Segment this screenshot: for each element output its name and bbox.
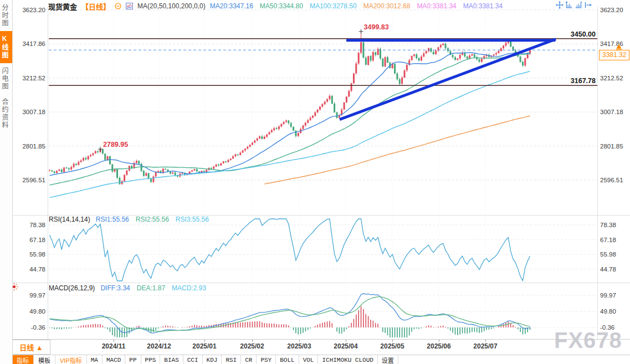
rsi-value: RSI1:55.56 [96,216,129,223]
price-axis-label: 3007.18 [600,108,623,116]
chart-tools [556,1,592,9]
indicator-buttons: MAMACDPPPPSBIASCCIKDJRSICRPSYBOLLVOLICHI… [87,355,398,364]
date-label: 2025/06 [417,342,461,350]
macd-value: MACD:2.93 [172,284,206,292]
svg-text:3499.83: 3499.83 [364,23,389,31]
ma-value: MA0:3381.34 [417,2,456,10]
price-axis-label: 3417.86 [22,40,45,48]
mini-chart-icon[interactable] [126,3,133,9]
sidebar-item-timeshare-chart[interactable]: 分时图 [0,0,12,31]
date-tick [439,340,439,342]
date-label: 2025/01 [182,342,227,350]
date-label: 2024/11 [91,342,136,350]
indicator-button-ichimoku-cloud[interactable]: ICHIMOKU CLOUD [318,355,377,364]
horizontal-price-lines[interactable]: 3450.003167.78 [49,30,597,85]
macd-axis-label: -0.36 [31,324,45,331]
indicator-button-bias[interactable]: BIAS [160,355,183,364]
date-tick [252,340,253,342]
sidebar-item-lightning-chart[interactable]: 闪电图 [0,63,12,94]
crosshair-icon[interactable] [556,1,564,9]
macd-value: DIFF:3.34 [100,284,130,292]
indicator-button-kdj[interactable]: KDJ [203,355,222,364]
indicator-button-pp[interactable]: PP [125,355,141,364]
sidebar-item-kline-chart[interactable]: K线图 [0,31,12,63]
date-tick [204,340,205,342]
price-annotations: 3499.832789.95 [98,23,389,151]
indicator-button-macd[interactable]: MACD [103,355,125,364]
latest-price-marker[interactable] [616,44,622,50]
ma-value: MA200:3012.68 [363,2,411,10]
price-axis-label: 2596.51 [22,176,45,184]
price-chart-svg: 3450.003167.783499.832789.95 [0,0,630,364]
indicator-button-rsi[interactable]: RSI [222,355,241,364]
svg-text:3450.00: 3450.00 [571,30,596,38]
indicator-button-cci[interactable]: CCI [183,355,203,364]
date-label: 2025/02 [230,342,274,350]
macd-axis-label: -0.36 [600,324,614,331]
rsi-axis-label: 44.78 [600,265,616,273]
ma20-line [50,53,530,176]
rsi-axis-label: 55.98 [29,250,45,258]
current-price-badge: 3381.32 [599,50,629,60]
macd-title: MACD(26,12,9) [49,284,95,292]
rsi-axis-label: 67.18 [600,236,616,244]
rsi-value: RSI2:55.56 [136,216,169,223]
price-axis-label: 2801.85 [22,142,45,150]
indicator-button-psy[interactable]: PSY [257,355,276,364]
svg-text:2789.95: 2789.95 [103,141,128,148]
chart-header: 现货黄金 【日线】 MA(20,50,100,200,0,0) MA20:334… [48,1,503,11]
rsi-value: RSI3:55.56 [176,216,209,223]
rsi-line [50,219,530,281]
indicator-button-boll[interactable]: BOLL [276,355,299,364]
date-tick [114,340,114,342]
ma-values: MA20:3347.16MA50:3344.80MA100:3278.50MA2… [210,2,503,10]
price-axis-label: 2596.51 [600,176,623,184]
tab-indicators[interactable]: 指标 [12,355,34,364]
svg-text:3167.78: 3167.78 [571,77,596,85]
price-axis-label: 3212.52 [22,74,45,82]
price-axis-label: 3623.20 [600,6,623,14]
rsi-axis-label: 67.18 [29,236,45,244]
rsi-panel-header: RSI(14,14,14) RSI1:55.56RSI2:55.56RSI3:5… [49,216,209,223]
dea-line [50,297,530,331]
tab-vip-indicators[interactable]: VIP指标 [55,355,87,364]
price-axis-label: 3623.20 [22,6,45,14]
rsi-axis-label: 44.78 [29,265,45,273]
sidebar-item-contract-info[interactable]: 合约资料 [0,94,12,133]
date-tick [392,340,393,342]
ma-value: MA100:3278.50 [310,2,357,10]
rsi-axis-label: 78.38 [600,221,616,229]
pan-right-icon[interactable] [584,1,592,9]
ma-value: MA50:3344.80 [260,2,303,10]
rsi-title: RSI(14,14,14) [49,216,90,223]
ma-formula: MA(20,50,100,200,0,0) [137,2,206,10]
macd-panel-header: MACD(26,12,9) DIFF:3.34DEA:1.87MACD:2.93 [49,284,206,292]
indicator-toolbar: 指标 模板 VIP指标 MAMACDPPPPSBIASCCIKDJRSICRPS… [12,355,630,364]
macd-axis-label: 49.80 [600,307,616,315]
ma-value: MA0:3381.34 [463,2,503,10]
date-tick [346,340,346,342]
period-label: 【日线】 [81,1,110,12]
period-selector[interactable]: 日线 ▲ [12,340,50,355]
collapse-circle-icon[interactable] [115,3,121,9]
ma50-line [50,54,530,185]
indicator-button-设置[interactable]: 设置 [378,355,398,364]
tab-templates[interactable]: 模板 [34,355,55,364]
macd-axis-label: 99.97 [600,291,616,299]
indicator-button-cr[interactable]: CR [241,355,257,364]
scale-left-axis-icon[interactable] [565,1,573,9]
macd-axis-label: 49.80 [29,307,45,315]
ma-value: MA20:3347.16 [210,2,253,10]
date-label: 2024/12 [137,342,181,350]
date-axis: 2024/112024/122025/012025/022025/032025/… [0,340,630,355]
date-label: 2025/05 [370,342,414,350]
indicator-button-pps[interactable]: PPS [141,355,161,364]
indicator-button-ma[interactable]: MA [87,355,103,364]
symbol-name: 现货黄金 [48,1,77,12]
macd-values: DIFF:3.34DEA:1.87MACD:2.93 [100,284,206,292]
price-axis-label: 3007.18 [22,108,45,116]
scale-right-axis-icon[interactable] [575,1,582,9]
indicator-button-vol[interactable]: VOL [299,355,319,364]
date-tick [159,340,160,342]
trading-app-window: 3450.003167.783499.832789.95 FX678 分时图 K… [0,0,630,364]
